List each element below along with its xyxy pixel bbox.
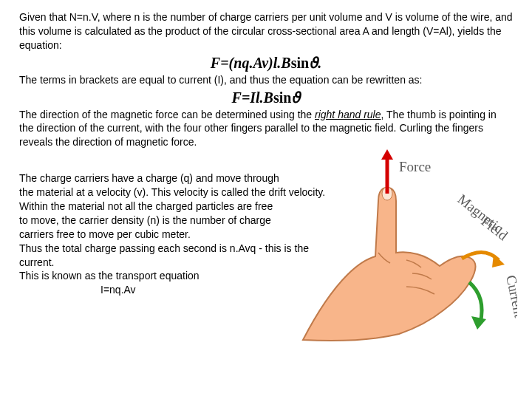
eq1-theta: ϑ.: [309, 55, 321, 71]
eq2-lhs: F=Il.B: [232, 89, 273, 106]
paragraph-2: The terms in brackets are equal to curre…: [19, 73, 513, 87]
hand-shape-icon: [303, 187, 476, 341]
eq2-sin: sin: [273, 89, 291, 106]
svg-marker-3: [492, 254, 505, 267]
p4-line2: the material at a velocity (v). This vel…: [19, 185, 337, 200]
right-hand-rule-diagram: Force Magnetic Field Current: [296, 149, 517, 341]
paragraph-3: The direction of the magnetic force can …: [19, 108, 513, 150]
p4-line6: Thus the total charge passing each secon…: [19, 242, 337, 270]
right-hand-rule: right hand rule: [315, 109, 381, 120]
eq1-sin: sin: [291, 55, 309, 71]
paragraph-1: Given that N=n.V, where n is the number …: [19, 10, 513, 52]
svg-marker-2: [381, 149, 393, 160]
p3-before: The direction of the magnetic force can …: [19, 109, 315, 120]
eq1-lhs: F=(nq.Av)l.B: [211, 55, 291, 71]
svg-marker-4: [471, 316, 486, 330]
hand-svg: Force Magnetic Field Current: [296, 149, 517, 341]
paragraph-4: The charge carriers have a charge (q) an…: [19, 171, 337, 297]
current-arrow-icon: [469, 282, 486, 330]
equation-2: F=Il.Bsinϑ: [19, 89, 513, 106]
eq2-theta: ϑ: [291, 89, 300, 106]
current-label: Current: [503, 274, 517, 320]
p4-line7: This is known as the transport equation: [19, 269, 337, 283]
force-arrow-icon: [381, 149, 393, 194]
equation-3: I=nq.Av: [19, 283, 337, 297]
p4-line4: to move, the carrier density (n) is the …: [19, 214, 337, 228]
equation-1: F=(nq.Av)l.Bsinϑ.: [19, 54, 513, 72]
force-label: Force: [399, 159, 431, 174]
p4-line1: The charge carriers have a charge (q) an…: [19, 171, 337, 185]
p4-line3: Within the material not all the charged …: [19, 200, 337, 214]
p4-line5: carriers free to move per cubic meter.: [19, 228, 337, 242]
